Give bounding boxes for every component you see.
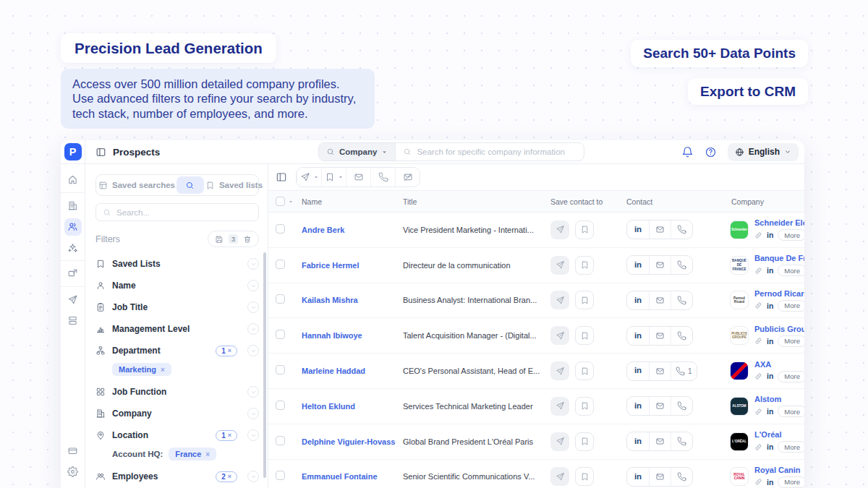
chevron-down-icon[interactable] xyxy=(247,258,259,270)
sidebar-item[interactable] xyxy=(64,312,82,330)
chevron-down-icon[interactable] xyxy=(247,323,259,335)
company-logo[interactable]: Schneider xyxy=(730,221,749,239)
row-checkbox[interactable] xyxy=(276,294,285,304)
bulk-action-button[interactable] xyxy=(370,168,395,187)
column-header-company[interactable]: Company xyxy=(724,197,804,206)
filter-item[interactable]: Location 1× xyxy=(95,424,259,446)
website-link-icon[interactable] xyxy=(754,337,762,345)
company-name-link[interactable]: AXA xyxy=(754,360,804,369)
save-to-list-button[interactable] xyxy=(575,432,594,451)
phone-button[interactable] xyxy=(671,221,692,239)
push-to-campaign-button[interactable] xyxy=(550,256,569,275)
website-link-icon[interactable] xyxy=(754,267,762,275)
website-link-icon[interactable] xyxy=(754,301,762,309)
sidebar-item[interactable] xyxy=(64,239,82,257)
company-logo[interactable]: ALSTOM xyxy=(730,397,749,416)
save-filters-icon[interactable] xyxy=(215,235,224,244)
sidebar-item[interactable] xyxy=(64,442,82,460)
filter-item[interactable]: Company xyxy=(95,403,259,424)
column-header-title[interactable]: Title xyxy=(396,197,543,206)
language-selector[interactable]: English xyxy=(728,143,799,161)
company-logo[interactable]: PUBLICIS GROUPE xyxy=(730,326,749,345)
push-to-campaign-button[interactable] xyxy=(550,326,569,345)
row-checkbox[interactable] xyxy=(276,260,285,269)
select-all-checkbox[interactable] xyxy=(276,197,285,206)
brand-logo[interactable]: P xyxy=(64,143,82,160)
phone-button[interactable] xyxy=(671,468,692,486)
company-linkedin-icon[interactable]: in xyxy=(767,479,773,487)
company-name-link[interactable]: Publicis Group xyxy=(754,325,804,333)
save-to-list-button[interactable] xyxy=(575,291,594,309)
email-button[interactable] xyxy=(649,432,671,450)
website-link-icon[interactable] xyxy=(754,478,762,486)
sidebar-item[interactable] xyxy=(64,197,82,215)
website-link-icon[interactable] xyxy=(754,443,762,451)
filter-item[interactable]: Management Level xyxy=(95,318,259,340)
contact-name-link[interactable]: Kailash Mishra xyxy=(302,296,396,304)
company-logo[interactable]: BANQUE DE FRANCE xyxy=(730,256,749,275)
company-name-link[interactable]: Royal Canin xyxy=(754,466,804,474)
company-more-button[interactable]: More xyxy=(778,265,804,276)
row-checkbox[interactable] xyxy=(276,365,285,374)
push-to-campaign-button[interactable] xyxy=(550,221,569,239)
save-to-list-button[interactable] xyxy=(575,256,594,275)
sidebar-item[interactable] xyxy=(64,171,82,189)
company-more-button[interactable]: More xyxy=(778,229,804,241)
filter-item[interactable]: Job Function xyxy=(95,381,259,403)
filter-item[interactable]: Job Title xyxy=(95,296,259,318)
linkedin-button[interactable]: in xyxy=(627,256,649,274)
company-linkedin-icon[interactable]: in xyxy=(767,231,773,239)
push-to-campaign-button[interactable] xyxy=(550,432,569,451)
company-name-link[interactable]: Pernod Ricard xyxy=(754,289,804,298)
company-linkedin-icon[interactable]: in xyxy=(767,302,773,310)
contact-name-link[interactable]: Hannah Ibiwoye xyxy=(302,331,396,340)
filters-scrollbar[interactable] xyxy=(263,252,266,478)
save-to-list-button[interactable] xyxy=(575,361,594,380)
bulk-action-button[interactable] xyxy=(346,168,370,187)
linkedin-button[interactable]: in xyxy=(627,221,649,239)
contact-name-link[interactable]: Delphine Viguier-Hovasse xyxy=(302,437,396,446)
sidebar-toggle-icon[interactable] xyxy=(95,147,106,158)
saved-lists-tab[interactable]: Saved lists xyxy=(205,181,263,190)
bulk-action-button[interactable] xyxy=(321,168,346,187)
company-linkedin-icon[interactable]: in xyxy=(767,267,773,275)
company-linkedin-icon[interactable]: in xyxy=(767,372,773,380)
chevron-down-icon[interactable] xyxy=(247,301,259,313)
email-button[interactable] xyxy=(649,291,671,309)
company-name-link[interactable]: L'Oréal xyxy=(754,430,804,439)
website-link-icon[interactable] xyxy=(754,372,762,380)
contact-name-link[interactable]: Helton Eklund xyxy=(302,402,396,411)
company-linkedin-icon[interactable]: in xyxy=(767,443,773,451)
filter-item[interactable]: Department 1× xyxy=(95,340,259,361)
global-search-input[interactable] xyxy=(417,147,576,156)
email-button[interactable] xyxy=(649,221,671,239)
chevron-down-icon[interactable] xyxy=(247,471,259,482)
column-header-contact[interactable]: Contact xyxy=(619,197,724,206)
email-button[interactable] xyxy=(649,327,671,345)
saved-searches-tab[interactable]: Saved searches xyxy=(98,181,175,190)
column-header-name[interactable]: Name xyxy=(294,197,396,206)
filter-search-input[interactable] xyxy=(116,208,252,217)
collapse-filters-icon[interactable] xyxy=(276,171,287,183)
company-name-link[interactable]: Alstom xyxy=(754,395,804,403)
row-checkbox[interactable] xyxy=(276,401,285,410)
bulk-action-button[interactable] xyxy=(297,168,321,187)
phone-button[interactable]: 1 xyxy=(671,362,697,380)
company-linkedin-icon[interactable]: in xyxy=(767,408,773,416)
filter-count-badge[interactable]: 1× xyxy=(216,430,237,441)
sidebar-item[interactable] xyxy=(64,463,82,481)
linkedin-button[interactable]: in xyxy=(627,362,649,380)
filter-chip[interactable]: Marketing× xyxy=(112,363,171,376)
website-link-icon[interactable] xyxy=(754,231,762,239)
linkedin-button[interactable]: in xyxy=(627,397,649,415)
company-more-button[interactable]: More xyxy=(778,371,804,382)
chevron-down-icon[interactable] xyxy=(247,345,259,356)
phone-button[interactable] xyxy=(671,327,692,345)
company-logo[interactable]: ROYAL CANIN xyxy=(730,467,749,486)
linkedin-button[interactable]: in xyxy=(627,291,649,309)
row-checkbox[interactable] xyxy=(276,436,285,445)
sidebar-item[interactable] xyxy=(64,218,82,236)
linkedin-button[interactable]: in xyxy=(627,432,649,450)
website-link-icon[interactable] xyxy=(754,408,762,416)
column-header-save[interactable]: Save contact to xyxy=(543,197,619,206)
